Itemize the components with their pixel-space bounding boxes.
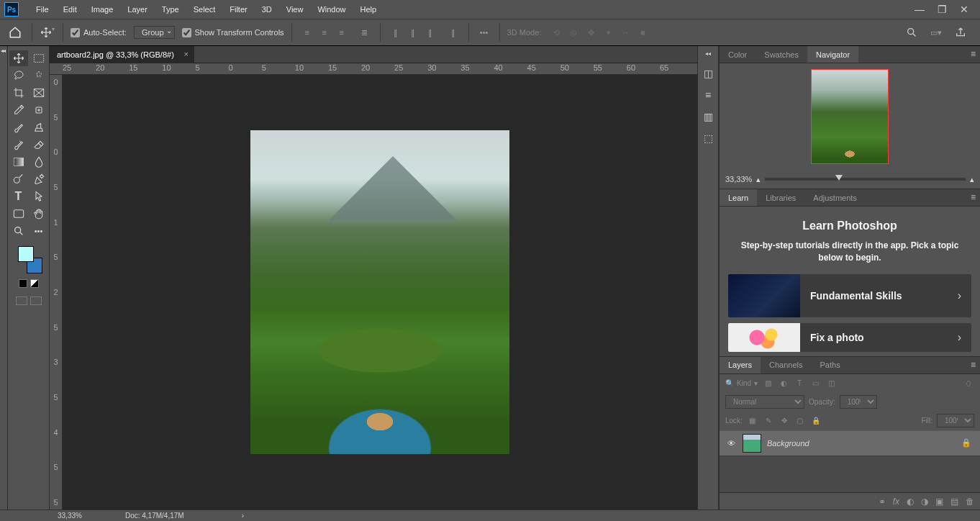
delete-layer-icon[interactable]: 🗑 bbox=[966, 497, 974, 507]
menu-help[interactable]: Help bbox=[353, 0, 384, 19]
lock-paint-icon[interactable]: ✎ bbox=[763, 417, 774, 425]
layer-mask-icon[interactable]: ◐ bbox=[907, 497, 914, 507]
document-tab[interactable]: artboard2.jpg @ 33,3% (RGB/8#) × bbox=[50, 46, 194, 63]
brush-tool[interactable] bbox=[9, 119, 28, 135]
menu-3d[interactable]: 3D bbox=[255, 0, 279, 19]
app-logo[interactable]: Ps bbox=[4, 2, 19, 17]
lock-all-icon[interactable]: 🔒 bbox=[810, 417, 822, 425]
histogram-panel-icon[interactable]: ▥ bbox=[704, 111, 713, 122]
show-transform-checkbox[interactable]: Show Transform Controls bbox=[182, 28, 284, 37]
layer-filter-kind[interactable]: 🔍 Kind ▾ bbox=[725, 379, 758, 387]
3d-panel-icon[interactable]: ⬚ bbox=[704, 132, 713, 144]
distribute-more-icon[interactable]: ‖ bbox=[445, 24, 461, 40]
align-left-icon[interactable]: ≡ bbox=[299, 24, 315, 40]
panel-menu-icon[interactable]: ≡ bbox=[971, 49, 976, 59]
fill-select[interactable]: 100% bbox=[937, 414, 974, 427]
lock-artboard-icon[interactable]: ▢ bbox=[794, 417, 806, 425]
align-more-icon[interactable]: ≣ bbox=[357, 24, 373, 40]
panel-menu-icon[interactable]: ≡ bbox=[971, 360, 976, 370]
status-docsize[interactable]: Doc: 4,17M/4,17M bbox=[125, 512, 184, 520]
menu-type[interactable]: Type bbox=[155, 0, 186, 19]
layer-lock-icon[interactable]: 🔒 bbox=[961, 438, 974, 448]
share-icon[interactable] bbox=[953, 24, 968, 40]
close-icon[interactable]: ✕ bbox=[960, 4, 968, 15]
layer-thumb[interactable] bbox=[743, 434, 761, 453]
clone-stamp-tool[interactable] bbox=[30, 119, 48, 135]
foreground-color[interactable] bbox=[18, 246, 34, 262]
align-center-v-icon[interactable]: ‖ bbox=[405, 24, 421, 40]
healing-brush-tool[interactable] bbox=[30, 102, 48, 118]
workspace-switcher-icon[interactable]: ▭▾ bbox=[928, 24, 944, 40]
move-tool[interactable] bbox=[9, 50, 28, 66]
filter-shape-icon[interactable]: ▭ bbox=[809, 379, 821, 387]
align-right-icon[interactable]: ≡ bbox=[334, 24, 350, 40]
group-layers-icon[interactable]: ▣ bbox=[935, 497, 943, 507]
align-bottom-icon[interactable]: ‖ bbox=[422, 24, 438, 40]
layer-name[interactable]: Background bbox=[767, 439, 956, 448]
new-layer-icon[interactable]: ▤ bbox=[950, 497, 958, 507]
tab-adjustments[interactable]: Adjustments bbox=[804, 189, 866, 206]
dodge-tool[interactable] bbox=[9, 171, 28, 187]
hand-tool[interactable] bbox=[30, 206, 48, 222]
tab-swatches[interactable]: Swatches bbox=[756, 46, 807, 63]
layer-row[interactable]: 👁 Background 🔒 bbox=[720, 430, 980, 456]
filter-type-icon[interactable]: T bbox=[794, 379, 805, 387]
frame-tool[interactable] bbox=[30, 85, 48, 101]
zoom-in-icon[interactable]: ▴ bbox=[970, 175, 974, 184]
auto-select-dropdown[interactable]: Group bbox=[134, 26, 175, 39]
screenmode-icon[interactable] bbox=[30, 296, 42, 305]
3d-scale-icon[interactable]: ↔ bbox=[617, 24, 633, 40]
panel-menu-icon[interactable]: ≡ bbox=[971, 192, 976, 202]
minimize-icon[interactable]: ― bbox=[915, 4, 925, 15]
ruler-vertical[interactable]: 0505152535455 bbox=[50, 75, 63, 509]
layer-style-icon[interactable]: fx bbox=[893, 497, 899, 507]
3d-roll-icon[interactable]: ◎ bbox=[566, 24, 581, 40]
filter-adjust-icon[interactable]: ◐ bbox=[778, 379, 789, 387]
menu-layer[interactable]: Layer bbox=[120, 0, 155, 19]
canvas[interactable] bbox=[63, 75, 697, 509]
tab-libraries[interactable]: Libraries bbox=[757, 189, 804, 206]
quickmask-icon[interactable] bbox=[16, 296, 27, 305]
learn-card-fixphoto[interactable]: Fix a photo › bbox=[728, 323, 971, 352]
edit-toolbar-icon[interactable]: ••• bbox=[30, 223, 48, 239]
navigator-preview[interactable] bbox=[720, 63, 980, 170]
eraser-tool[interactable] bbox=[30, 137, 48, 153]
overflow-icon[interactable]: ••• bbox=[476, 24, 492, 40]
color-swatch[interactable] bbox=[15, 246, 42, 273]
menu-file[interactable]: File bbox=[29, 0, 56, 19]
lock-transparent-icon[interactable]: ▦ bbox=[747, 417, 758, 425]
swap-colors-icon[interactable] bbox=[30, 279, 39, 288]
close-tab-icon[interactable]: × bbox=[183, 50, 188, 58]
home-button[interactable] bbox=[6, 23, 24, 42]
filter-smart-icon[interactable]: ◫ bbox=[825, 379, 837, 387]
menu-view[interactable]: View bbox=[279, 0, 311, 19]
align-top-icon[interactable]: ‖ bbox=[388, 24, 404, 40]
marquee-tool[interactable] bbox=[30, 50, 48, 66]
properties-panel-icon[interactable]: ≡ bbox=[705, 89, 711, 101]
visibility-eye-icon[interactable]: 👁 bbox=[725, 439, 737, 448]
menu-window[interactable]: Window bbox=[310, 0, 353, 19]
tab-learn[interactable]: Learn bbox=[720, 189, 757, 206]
adjustment-layer-icon[interactable]: ◑ bbox=[921, 497, 928, 507]
status-chevron-icon[interactable]: › bbox=[242, 512, 244, 520]
navigator-zoom-text[interactable]: 33,33% bbox=[725, 175, 752, 184]
3d-slide-icon[interactable]: ✦ bbox=[600, 24, 616, 40]
tab-navigator[interactable]: Navigator bbox=[807, 46, 858, 63]
path-select-tool[interactable] bbox=[30, 189, 48, 204]
lasso-tool[interactable] bbox=[9, 68, 28, 83]
default-colors-icon[interactable] bbox=[19, 279, 27, 288]
crop-tool[interactable] bbox=[9, 85, 28, 101]
status-zoom[interactable]: 33,33% bbox=[58, 512, 82, 520]
auto-select-checkbox[interactable]: Auto-Select: bbox=[71, 28, 127, 37]
3d-pan-icon[interactable]: ✥ bbox=[583, 24, 599, 40]
gradient-tool[interactable] bbox=[9, 154, 28, 170]
blend-mode-select[interactable]: Normal bbox=[725, 395, 804, 409]
search-icon[interactable] bbox=[904, 24, 920, 40]
align-center-h-icon[interactable]: ≡ bbox=[317, 24, 332, 40]
menu-filter[interactable]: Filter bbox=[222, 0, 254, 19]
zoom-tool[interactable] bbox=[9, 223, 28, 239]
left-collapse-strip[interactable]: ◂◂ bbox=[0, 46, 8, 509]
menu-edit[interactable]: Edit bbox=[56, 0, 84, 19]
menu-image[interactable]: Image bbox=[84, 0, 121, 19]
filter-pixel-icon[interactable]: ▧ bbox=[762, 379, 773, 387]
